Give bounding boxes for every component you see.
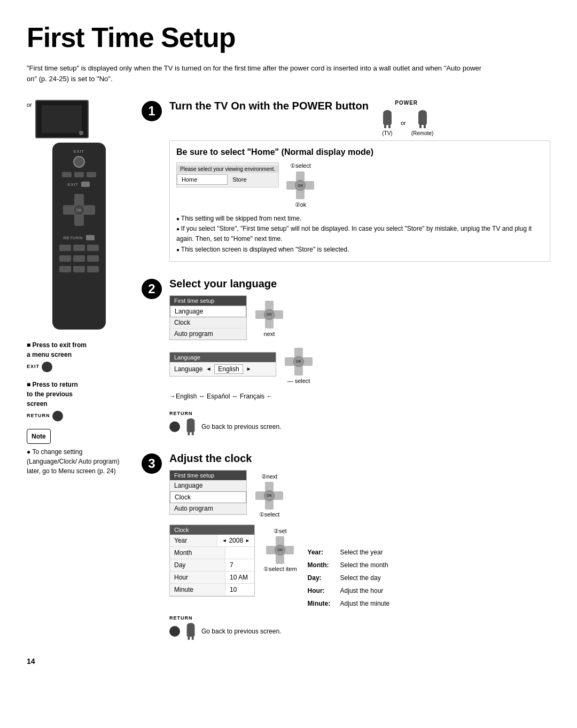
- bullet-2: If you select "Store", "First time setup…: [176, 224, 543, 244]
- home-dpad: OK: [286, 171, 314, 199]
- return-note: ■ Press to returnto the previousscreen R…: [27, 380, 131, 421]
- bullet-1: This setting will be skipped from next t…: [176, 214, 543, 224]
- hour-key: Hour:: [308, 584, 337, 597]
- minute-value: 10: [225, 584, 254, 596]
- fts-clock-row[interactable]: Clock: [170, 317, 246, 328]
- tv-label: (TV): [382, 130, 392, 136]
- return-label-remote: RETURN: [63, 236, 82, 240]
- svg-rect-15: [192, 636, 194, 639]
- remote-label: (Remote): [411, 130, 434, 136]
- home-bullets: This setting will be skipped from next t…: [176, 214, 543, 255]
- remote-rect-btn-8[interactable]: [73, 266, 85, 272]
- lang-arrow-left: ◄: [206, 366, 211, 372]
- fts-autoprogram-row[interactable]: Auto program: [170, 328, 246, 340]
- clock-labels-right: Year: Select the year Month: Select the …: [308, 546, 390, 610]
- remote-rect-btn-4[interactable]: [59, 255, 71, 262]
- clock-row-minute: Minute 10: [170, 584, 254, 596]
- lang-value: English: [214, 364, 243, 374]
- return-circle-icon: [52, 411, 63, 421]
- step2-badge: 2: [142, 279, 162, 299]
- lang-dpad-ok[interactable]: OK: [293, 356, 304, 367]
- svg-rect-13: [187, 625, 195, 637]
- fts3-clock-row[interactable]: Clock: [170, 491, 246, 503]
- clock-row-day: Day 7: [170, 559, 254, 572]
- return-btn-row-step3: Go back to previous screen.: [169, 622, 281, 641]
- go-back-text-step2: Go back to previous screen.: [201, 423, 281, 430]
- step1-badge: 1: [142, 101, 162, 121]
- lang-panel-header: Language: [170, 353, 276, 362]
- hour-label: Hour: [170, 572, 225, 583]
- step2-bottom: Language Language ◄ English ►: [169, 346, 550, 384]
- step3-dpad-ok[interactable]: OK: [264, 490, 275, 501]
- press-exit-label: ■ Press to exit froma menu screen: [27, 340, 131, 359]
- remote-top-buttons: [62, 172, 96, 177]
- remote-power-icon: (Remote): [411, 109, 434, 136]
- remote-rect-btn-3[interactable]: [87, 245, 99, 251]
- remote-rect-btn-7[interactable]: [59, 266, 71, 272]
- year-arrow-left: ◄: [222, 538, 227, 543]
- or-label: or: [27, 100, 32, 108]
- remote-dpad: OK: [63, 194, 95, 226]
- remote-rect-btn-6[interactable]: [87, 255, 99, 262]
- clock-dpad: OK: [266, 536, 294, 564]
- remote-row4: [59, 255, 99, 262]
- step2-ok-area: OK next: [255, 301, 283, 337]
- fts-language-row[interactable]: Language: [170, 306, 246, 317]
- home-menu: Please select your viewing environment. …: [176, 162, 279, 187]
- sidebar-notes: ■ Press to exit froma menu screen EXIT ■…: [27, 340, 131, 476]
- remote-btn-2[interactable]: [74, 172, 84, 177]
- return-btn[interactable]: [86, 235, 95, 240]
- power-icons-area: POWER (TV): [379, 100, 433, 136]
- next-annotation: next: [264, 331, 275, 337]
- step2-dpad-ok[interactable]: OK: [264, 309, 275, 320]
- step3-fts-row: First time setup Language Clock Auto pro…: [169, 470, 550, 518]
- remote-rect-btn-2[interactable]: [73, 245, 85, 251]
- remote-btn-1[interactable]: [62, 172, 72, 177]
- year-arrow-right: ►: [245, 538, 250, 543]
- fts3-autoprogram-row[interactable]: Auto program: [170, 503, 246, 514]
- page-number: 14: [27, 657, 550, 666]
- power-icons-row: (TV) or (Remote): [379, 109, 433, 136]
- step2-grid: First time setup Language Clock Auto pro…: [169, 295, 550, 436]
- exit-btn[interactable]: [81, 182, 90, 187]
- clock-table-header: Clock: [170, 525, 254, 535]
- lang-ok-area: OK — select: [285, 348, 313, 384]
- month-key: Month:: [308, 559, 337, 572]
- step2-return-area: RETURN Go back to previou: [169, 411, 550, 436]
- home-menu-title: Please select your viewing environment.: [177, 165, 278, 173]
- lang-dpad: OK: [285, 348, 313, 375]
- home-dpad-ok[interactable]: OK: [295, 180, 306, 191]
- lang-select-row: Language ◄ English ►: [170, 362, 276, 376]
- fts-menu-step2: First time setup Language Clock Auto pro…: [169, 295, 247, 340]
- lang-panel: Language Language ◄ English ►: [169, 352, 276, 377]
- go-back-text-step3: Go back to previous screen.: [201, 628, 281, 635]
- fts3-language-row[interactable]: Language: [170, 480, 246, 491]
- remote-power-button[interactable]: [73, 156, 85, 168]
- clock-dpad-ok[interactable]: OK: [275, 545, 285, 555]
- svg-rect-7: [424, 124, 426, 128]
- home-item[interactable]: Home: [177, 174, 228, 185]
- return-bullet-step2: [169, 421, 180, 432]
- select-annotation: ①select: [290, 162, 311, 169]
- fts-menu-header-step3: First time setup: [170, 471, 246, 480]
- minute-key: Minute:: [308, 597, 337, 610]
- month-value: [225, 547, 254, 559]
- remote-btn-3[interactable]: [87, 172, 96, 177]
- remote-exit-row: EXIT: [68, 182, 90, 187]
- step3-section: 3 Adjust the clock First time setup Lang…: [142, 452, 550, 641]
- remote-power-area: EXIT: [73, 149, 85, 168]
- step2-dpad: OK: [255, 301, 283, 328]
- clock-row: Clock Year ◄ 2008 ►: [169, 525, 297, 597]
- remote-rect-btn-1[interactable]: [59, 245, 71, 251]
- dpad-ok-center[interactable]: OK: [73, 204, 85, 216]
- exit-circle-icon: [42, 362, 52, 372]
- remote-rect-btn-9[interactable]: [87, 266, 99, 272]
- clock-table-and-ok: Clock Year ◄ 2008 ►: [169, 525, 297, 597]
- remote-rect-btn-5[interactable]: [73, 255, 85, 262]
- svg-rect-5: [418, 113, 427, 125]
- tv-illustration: or: [27, 100, 131, 138]
- step3-title: Adjust the clock: [169, 452, 550, 465]
- remote-row3: [59, 245, 99, 251]
- store-item[interactable]: Store: [228, 174, 278, 185]
- power-label: EXIT: [74, 149, 84, 154]
